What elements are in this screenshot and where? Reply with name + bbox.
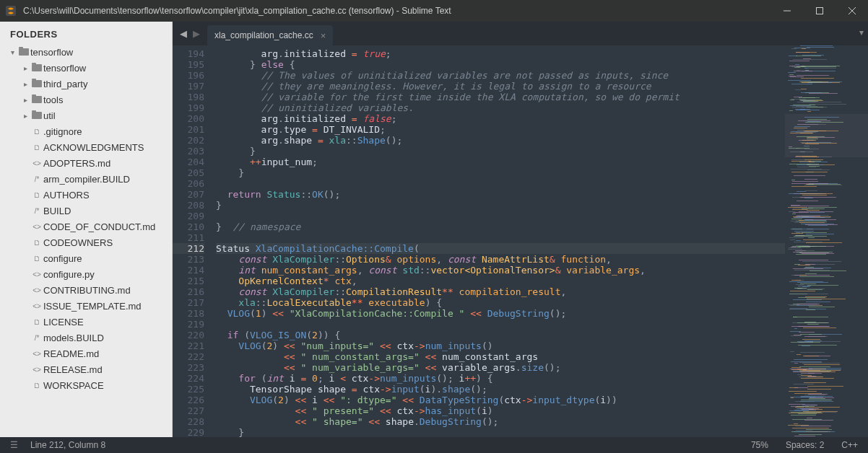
tree-label: RELEASE.md <box>43 364 103 375</box>
file-icon: 🗋 <box>30 128 43 136</box>
sidebar: FOLDERS ▾ tensorflow ▸ tensorflow▸ third… <box>0 22 173 437</box>
svg-rect-2 <box>816 8 823 14</box>
tree-file[interactable]: 🗋 WORKSPACE <box>0 377 172 393</box>
file-icon: <> <box>30 271 43 278</box>
status-spaces[interactable]: Spaces: 2 <box>786 440 824 450</box>
tree-file[interactable]: /* arm_compiler.BUILD <box>0 171 172 187</box>
file-icon: <> <box>30 366 43 374</box>
file-icon: 🗋 <box>30 239 43 247</box>
folder-icon <box>30 63 43 74</box>
chevron-right-icon: ▸ <box>20 112 30 120</box>
status-bar: ☰ Line 212, Column 8 75% Spaces: 2 C++ <box>0 437 868 453</box>
minimize-button[interactable] <box>771 0 803 22</box>
status-cursor[interactable]: Line 212, Column 8 <box>30 440 105 450</box>
tree-label: tools <box>43 94 63 105</box>
minimap[interactable] <box>785 45 868 437</box>
tree-label: tensorflow <box>30 47 73 58</box>
chevron-right-icon: ▸ <box>20 80 30 88</box>
folder-icon <box>30 94 43 105</box>
tree-label: .gitignore <box>43 126 82 137</box>
chevron-right-icon: ▸ <box>20 64 30 72</box>
app-icon <box>0 5 22 17</box>
tree-folder[interactable]: ▸ tools <box>0 92 172 107</box>
tree-label: LICENSE <box>43 317 84 327</box>
tree-label: WORKSPACE <box>43 380 104 391</box>
file-icon: <> <box>30 286 43 294</box>
tree-label: CONTRIBUTING.md <box>43 285 131 296</box>
tree-folder[interactable]: ▸ third_party <box>0 76 172 92</box>
tree-label: README.md <box>43 348 99 359</box>
tree-label: ISSUE_TEMPLATE.md <box>43 301 142 312</box>
tree-label: ACKNOWLEDGMENTS <box>43 142 144 153</box>
file-icon: 🗋 <box>30 318 43 326</box>
close-icon[interactable]: × <box>321 30 326 41</box>
menu-icon[interactable]: ☰ <box>10 440 22 450</box>
sidebar-header: FOLDERS <box>0 22 172 44</box>
tree-label: ADOPTERS.md <box>43 158 110 169</box>
nav-back-icon[interactable]: ◀ <box>180 28 187 39</box>
file-icon: 🗋 <box>30 382 43 390</box>
editor-area: ◀ ▶ xla_compilation_cache.cc × ▾ 1941951… <box>173 22 868 437</box>
tab-bar: ◀ ▶ xla_compilation_cache.cc × ▾ <box>173 22 868 45</box>
tree-file[interactable]: 🗋 ACKNOWLEDGMENTS <box>0 139 172 155</box>
title-bar: C:\Users\will\Documents\tensorflow\tenso… <box>0 0 868 22</box>
tree-label: configure.py <box>43 269 95 280</box>
chevron-right-icon: ▸ <box>20 96 30 104</box>
tree-label: CODEOWNERS <box>43 237 113 248</box>
file-icon: /* <box>30 334 43 342</box>
tree-label: util <box>43 110 56 121</box>
folder-icon <box>17 47 30 58</box>
minimap-viewport[interactable] <box>785 114 868 157</box>
file-icon: 🗋 <box>30 144 43 151</box>
line-gutter: 1941951961971981992002012022032042052062… <box>173 45 210 437</box>
close-button[interactable] <box>836 0 868 22</box>
file-icon: <> <box>30 223 43 231</box>
tree-file[interactable]: <> README.md <box>0 346 172 361</box>
file-icon: <> <box>30 302 43 310</box>
svg-rect-0 <box>6 6 16 16</box>
tree-label: models.BUILD <box>43 333 104 343</box>
folder-icon <box>30 79 43 89</box>
tree-file[interactable]: <> CODE_OF_CONDUCT.md <box>0 219 172 234</box>
file-icon: /* <box>30 207 43 215</box>
tree-label: arm_compiler.BUILD <box>43 174 130 185</box>
status-zoom[interactable]: 75% <box>751 440 768 450</box>
folder-icon <box>30 110 43 121</box>
tree-file[interactable]: <> ADOPTERS.md <box>0 155 172 171</box>
file-icon: <> <box>30 159 43 167</box>
file-icon: 🗋 <box>30 191 43 199</box>
code-editor[interactable]: arg.initialized = true; } else { // The … <box>210 45 785 437</box>
tree-file[interactable]: <> RELEASE.md <box>0 361 172 377</box>
tree-file[interactable]: /* models.BUILD <box>0 330 172 346</box>
maximize-button[interactable] <box>803 0 836 22</box>
chevron-down-icon: ▾ <box>7 48 17 56</box>
tree-file[interactable]: 🗋 configure <box>0 250 172 266</box>
folder-tree[interactable]: ▾ tensorflow ▸ tensorflow▸ third_party▸ … <box>0 44 172 437</box>
tree-root[interactable]: ▾ tensorflow <box>0 44 172 60</box>
file-icon: /* <box>30 175 43 183</box>
tree-file[interactable]: 🗋 LICENSE <box>0 314 172 330</box>
tab-active[interactable]: xla_compilation_cache.cc × <box>207 25 333 45</box>
nav-forward-icon[interactable]: ▶ <box>193 28 200 39</box>
status-lang[interactable]: C++ <box>841 440 858 450</box>
tree-label: configure <box>43 253 82 264</box>
window-title: C:\Users\will\Documents\tensorflow\tenso… <box>22 6 771 16</box>
tree-folder[interactable]: ▸ tensorflow <box>0 60 172 76</box>
tree-label: third_party <box>43 79 87 89</box>
tree-label: tensorflow <box>43 63 86 74</box>
tree-label: BUILD <box>43 206 71 216</box>
tree-file[interactable]: /* BUILD <box>0 203 172 219</box>
tree-folder[interactable]: ▸ util <box>0 107 172 123</box>
file-icon: 🗋 <box>30 255 43 263</box>
tree-file[interactable]: <> ISSUE_TEMPLATE.md <box>0 298 172 314</box>
tree-file[interactable]: 🗋 AUTHORS <box>0 187 172 203</box>
file-icon: <> <box>30 350 43 358</box>
tab-label: xla_compilation_cache.cc <box>214 30 313 40</box>
tree-file[interactable]: <> configure.py <box>0 266 172 282</box>
tree-label: AUTHORS <box>43 190 90 201</box>
tab-overflow-icon[interactable]: ▾ <box>859 27 864 38</box>
tree-file[interactable]: 🗋 .gitignore <box>0 123 172 139</box>
tree-file[interactable]: 🗋 CODEOWNERS <box>0 234 172 250</box>
tree-label: CODE_OF_CONDUCT.md <box>43 221 155 232</box>
tree-file[interactable]: <> CONTRIBUTING.md <box>0 282 172 298</box>
